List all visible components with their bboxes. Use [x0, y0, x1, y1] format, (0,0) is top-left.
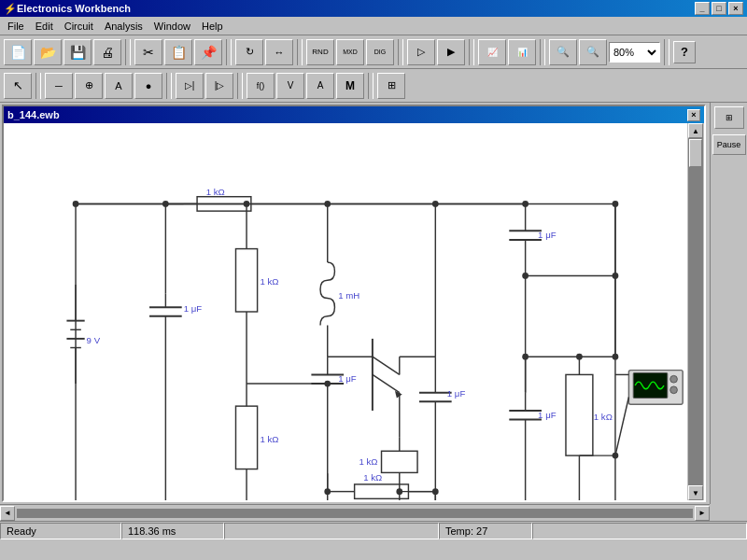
sep9: [166, 73, 172, 99]
svg-line-123: [615, 398, 628, 456]
svg-text:1 kΩ: 1 kΩ: [363, 472, 382, 483]
flip-button[interactable]: ↔: [265, 39, 293, 65]
menu-file[interactable]: File: [2, 19, 30, 34]
menu-window[interactable]: Window: [148, 19, 196, 34]
svg-rect-26: [235, 406, 257, 469]
svg-text:1 kΩ: 1 kΩ: [206, 187, 225, 197]
analog-out[interactable]: |▷: [205, 73, 233, 99]
close-btn[interactable]: ×: [728, 2, 743, 15]
toolbar2: ↖ ─ ⊕ A ● ▷| |▷ f() V A M ⊞: [0, 69, 747, 103]
app-title: Electronics Workbench: [17, 3, 131, 14]
pointer-tool[interactable]: ↖: [4, 73, 32, 99]
maximize-btn[interactable]: □: [712, 2, 726, 15]
test-point-tool[interactable]: ●: [134, 73, 162, 99]
menu-bar: File Edit Circuit Analysis Window Help: [0, 17, 747, 35]
svg-point-121: [670, 386, 678, 394]
circuit-area[interactable]: .wire { stroke: #333; stroke-width: 1.5;…: [4, 123, 687, 500]
zoom-in-button[interactable]: 🔍: [549, 39, 577, 65]
cut-button[interactable]: ✂: [134, 39, 162, 65]
svg-text:1 μF: 1 μF: [447, 389, 466, 399]
svg-rect-106: [566, 374, 593, 455]
sep7: [664, 39, 669, 65]
svg-point-120: [670, 375, 678, 383]
menu-analysis[interactable]: Analysis: [99, 19, 148, 34]
circuit-diagram: .wire { stroke: #333; stroke-width: 1.5;…: [4, 123, 687, 500]
scroll-thumb[interactable]: [689, 139, 702, 167]
label-tool[interactable]: A: [105, 73, 133, 99]
svg-point-54: [324, 381, 331, 387]
component-tool[interactable]: ⊕: [75, 73, 103, 99]
canvas-title: b_144.ewb: [7, 109, 60, 120]
scroll-left-btn[interactable]: ◄: [0, 506, 15, 521]
rotate-button[interactable]: ↻: [235, 39, 263, 65]
svg-text:1 μF: 1 μF: [184, 303, 203, 314]
svg-point-124: [73, 201, 79, 207]
oscilloscope-btn[interactable]: 📈: [478, 39, 506, 65]
zoom-box: 50% 75% 80% 100% 125% 150%: [609, 42, 660, 63]
logic-seq-button[interactable]: ▶: [437, 39, 465, 65]
app-icon: ⚡: [4, 3, 17, 15]
svg-text:9 V: 9 V: [87, 335, 101, 345]
sep3: [297, 39, 303, 65]
open-button[interactable]: 📂: [34, 39, 62, 65]
component-browser-btn[interactable]: ⊞: [714, 106, 744, 129]
scroll-down-btn[interactable]: ▼: [688, 485, 703, 500]
svg-line-47: [373, 357, 400, 374]
print-button[interactable]: 🖨: [93, 39, 121, 65]
minimize-btn[interactable]: _: [695, 2, 710, 15]
canvas-close-btn[interactable]: ×: [687, 109, 700, 121]
status-temp: Temp: 27: [439, 523, 532, 539]
menu-help[interactable]: Help: [196, 19, 229, 34]
digit-button[interactable]: DIG: [366, 39, 394, 65]
canvas-window: b_144.ewb × .wire { stroke: #333; stroke…: [2, 105, 706, 502]
ana-rnd-button[interactable]: RND: [306, 39, 334, 65]
svg-line-48: [373, 374, 400, 392]
svg-text:1 kΩ: 1 kΩ: [261, 434, 279, 444]
help-button[interactable]: ?: [673, 41, 696, 63]
settings-tool[interactable]: ⊞: [377, 73, 405, 99]
multimeter-btn[interactable]: 📊: [508, 39, 536, 65]
zoom-out-button[interactable]: 🔍: [579, 39, 607, 65]
menu-circuit[interactable]: Circuit: [59, 19, 99, 34]
analog-in[interactable]: ▷|: [176, 73, 204, 99]
svg-rect-119: [633, 372, 668, 398]
new-button[interactable]: 📄: [4, 39, 32, 65]
scroll-up-btn[interactable]: ▲: [688, 123, 703, 138]
scroll-right-btn[interactable]: ►: [695, 506, 710, 521]
copy-button[interactable]: 📋: [164, 39, 192, 65]
title-bar: ⚡ Electronics Workbench _ □ ×: [0, 0, 747, 17]
logic-conv-button[interactable]: ▷: [407, 39, 435, 65]
paste-button[interactable]: 📌: [194, 39, 222, 65]
ampmeter[interactable]: A: [306, 73, 334, 99]
svg-point-24: [244, 201, 250, 207]
scroll-track[interactable]: [688, 138, 703, 485]
svg-text:1 μF: 1 μF: [338, 373, 357, 384]
sep6: [540, 39, 545, 65]
sep1: [125, 39, 131, 65]
right-panel: ⊞ Pause: [710, 103, 747, 504]
sep11: [368, 73, 374, 99]
m-label[interactable]: M: [336, 73, 364, 99]
zoom-select[interactable]: 50% 75% 80% 100% 125% 150%: [609, 42, 660, 63]
svg-point-111: [522, 354, 529, 360]
func-gen[interactable]: f(): [247, 73, 275, 99]
svg-rect-21: [235, 249, 257, 312]
wire-tool[interactable]: ─: [45, 73, 73, 99]
main-area: ⊞ Pause b_144.ewb × .wire { stroke: #333…: [0, 103, 747, 504]
status-empty: [224, 523, 439, 539]
svg-point-126: [613, 201, 619, 207]
window-controls: _ □ ×: [695, 2, 743, 15]
svg-text:1 kΩ: 1 kΩ: [359, 456, 377, 467]
pause-button[interactable]: Pause: [712, 134, 746, 155]
svg-point-103: [522, 273, 529, 279]
sep5: [469, 39, 474, 65]
svg-text:1 kΩ: 1 kΩ: [261, 276, 279, 287]
save-button[interactable]: 💾: [63, 39, 92, 65]
svg-text:1 μF: 1 μF: [538, 230, 557, 240]
mixed-button[interactable]: MXD: [336, 39, 364, 65]
svg-rect-65: [382, 451, 418, 472]
voltmeter[interactable]: V: [276, 73, 304, 99]
menu-edit[interactable]: Edit: [30, 19, 59, 34]
svg-point-93: [522, 201, 529, 207]
hscroll-track[interactable]: [17, 509, 693, 518]
